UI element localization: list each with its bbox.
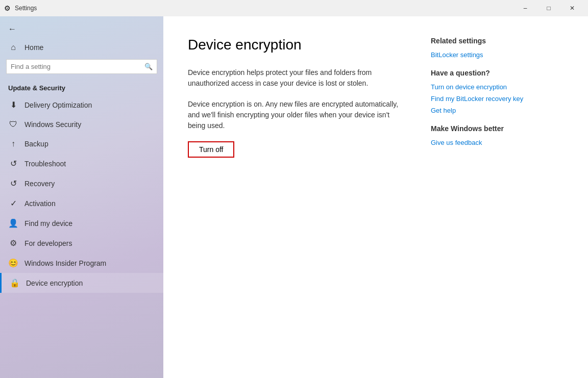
sidebar-item-find-my-device[interactable]: 👤 Find my device [0,213,163,233]
windows-security-icon: 🛡 [8,120,18,129]
sidebar-item-label: Activation [24,199,56,208]
sidebar-item-delivery-optimization[interactable]: ⬇ Delivery Optimization [0,95,163,115]
sidebar-item-backup[interactable]: ↑ Backup [0,134,163,154]
sidebar-item-label: Recovery [24,180,55,188]
sidebar-item-label: Delivery Optimization [24,101,92,109]
sidebar-item-device-encryption[interactable]: 🔒 Device encryption [0,273,163,293]
turn-on-encryption-link[interactable]: Turn on device encryption [431,83,564,91]
related-settings-title: Related settings [431,37,564,45]
title-bar-controls: – □ ✕ [513,0,584,16]
sidebar-item-label: Backup [24,140,48,148]
title-bar-title: Settings [15,5,37,12]
find-recovery-key-link[interactable]: Find my BitLocker recovery key [431,95,564,103]
bitlocker-settings-link[interactable]: BitLocker settings [431,51,564,59]
sidebar-item-label: Device encryption [26,279,83,287]
main-content: Device encryption Device encryption help… [163,16,588,378]
title-bar-left: ⚙ Settings [4,4,37,12]
minimize-button[interactable]: – [513,0,537,16]
sidebar-item-recovery[interactable]: ↺ Recovery [0,173,163,193]
app-body: ← ⌂ Home 🔍 Update & Security ⬇ Delivery … [0,16,588,378]
make-better-title: Make Windows better [431,124,564,133]
sidebar-item-for-developers[interactable]: ⚙ For developers [0,233,163,253]
activation-icon: ✓ [8,198,18,208]
have-question-title: Have a question? [431,69,564,77]
encryption-icon: 🔒 [10,278,20,288]
sidebar-item-windows-security[interactable]: 🛡 Windows Security [0,115,163,134]
description-text: Device encryption helps protect your fil… [188,67,406,89]
search-box[interactable]: 🔍 [6,59,157,74]
back-arrow-icon: ← [8,24,16,34]
sidebar-item-troubleshoot[interactable]: ↺ Troubleshoot [0,154,163,173]
delivery-optimization-icon: ⬇ [8,100,18,110]
insider-icon: 😊 [8,258,18,268]
settings-icon: ⚙ [4,4,11,12]
troubleshoot-icon: ↺ [8,159,18,168]
section-title: Update & Security [0,78,163,95]
content-left: Device encryption Device encryption help… [188,37,406,358]
content-right: Related settings BitLocker settings Have… [431,37,564,358]
search-icon: 🔍 [140,63,157,70]
sidebar-item-label: Windows Insider Program [24,259,106,267]
make-windows-better-section: Make Windows better Give us feedback [431,124,564,146]
have-question-section: Have a question? Turn on device encrypti… [431,69,564,114]
turn-off-button[interactable]: Turn off [188,141,234,158]
search-input[interactable] [7,60,140,73]
sidebar-item-label: For developers [24,239,72,247]
title-bar: ⚙ Settings – □ ✕ [0,0,588,16]
developers-icon: ⚙ [8,238,18,248]
related-settings-section: Related settings BitLocker settings [431,37,564,59]
page-title: Device encryption [188,37,406,53]
get-help-link[interactable]: Get help [431,107,564,114]
sidebar-item-activation[interactable]: ✓ Activation [0,193,163,213]
sidebar-item-label: Troubleshoot [24,160,66,168]
sidebar-item-windows-insider[interactable]: 😊 Windows Insider Program [0,253,163,273]
find-device-icon: 👤 [8,218,18,228]
close-button[interactable]: ✕ [560,0,584,16]
maximize-button[interactable]: □ [537,0,560,16]
back-button[interactable]: ← [0,16,163,38]
backup-icon: ↑ [8,139,18,148]
sidebar-item-home[interactable]: ⌂ Home [0,38,163,57]
give-feedback-link[interactable]: Give us feedback [431,139,564,146]
sidebar-item-label: Windows Security [24,120,81,129]
recovery-icon: ↺ [8,179,18,188]
sidebar-item-label: Find my device [24,219,72,228]
home-label: Home [24,43,43,52]
sidebar: ← ⌂ Home 🔍 Update & Security ⬇ Delivery … [0,16,163,378]
status-text: Device encryption is on. Any new files a… [188,99,406,131]
home-icon: ⌂ [8,43,18,52]
